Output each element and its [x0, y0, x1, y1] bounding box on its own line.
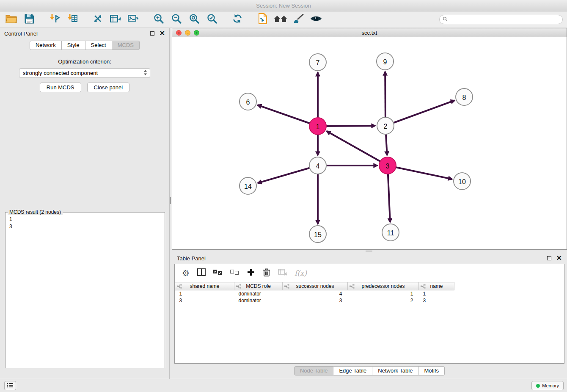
- column-header-shared-name[interactable]: shared name: [175, 282, 234, 290]
- table-arrow-icon: [110, 14, 121, 25]
- session-document-icon: [258, 13, 268, 26]
- tab-network[interactable]: Network: [30, 41, 62, 50]
- table-cell[interactable]: 3: [419, 297, 454, 304]
- column-header-predecessor-nodes[interactable]: predecessor nodes: [348, 282, 419, 290]
- node-table: shared nameMCDS rolesuccessor nodesprede…: [175, 282, 454, 304]
- main-toolbar: [0, 11, 567, 28]
- criterion-dropdown[interactable]: strongly connected component: [19, 68, 150, 78]
- graph-node-6[interactable]: 6: [239, 93, 256, 110]
- tab-style[interactable]: Style: [62, 41, 85, 50]
- refresh-button[interactable]: [230, 13, 245, 26]
- graph-node-9[interactable]: 9: [377, 53, 394, 70]
- graph-edge-2-8[interactable]: [385, 100, 455, 126]
- show-column-button[interactable]: [197, 268, 206, 278]
- table-tab-node-table[interactable]: Node Table: [294, 366, 334, 375]
- network-button[interactable]: [91, 13, 105, 26]
- table-settings-button[interactable]: ⚙: [182, 269, 190, 277]
- zoom-out-button[interactable]: [169, 13, 184, 26]
- graph-edge-3-1[interactable]: [327, 131, 388, 166]
- checked-boxes-icon: [213, 269, 223, 277]
- function-builder-button[interactable]: f(x): [295, 269, 307, 277]
- table-tab-motifs[interactable]: Motifs: [418, 366, 445, 375]
- graph-node-7[interactable]: 7: [309, 54, 326, 71]
- list-icon: [7, 382, 14, 389]
- table-cell[interactable]: dominator: [234, 297, 283, 304]
- select-all-button[interactable]: [213, 269, 223, 277]
- graph-node-15[interactable]: 15: [309, 226, 326, 243]
- table-cell[interactable]: dominator: [234, 290, 283, 297]
- network-canvas[interactable]: 1234678910111415: [172, 37, 567, 249]
- zoom-fit-button[interactable]: [187, 13, 201, 26]
- splitter-grip: [170, 197, 171, 204]
- import-network-file-button[interactable]: [47, 13, 62, 26]
- graph-node-3[interactable]: 3: [379, 157, 396, 174]
- close-panel-icon[interactable]: ✕: [160, 30, 165, 36]
- table-panel-title: Table Panel: [177, 255, 206, 262]
- close-panel-button[interactable]: Close panel: [87, 83, 130, 92]
- table-cell[interactable]: 1: [175, 290, 234, 297]
- table-float-icon[interactable]: [547, 256, 551, 260]
- network-graph[interactable]: 1234678910111415: [172, 37, 567, 249]
- open-folder-icon: [6, 14, 17, 25]
- show-hide-button[interactable]: [309, 13, 323, 26]
- network-window-titlebar[interactable]: × − + scc.txt: [172, 28, 567, 37]
- first-neighbors-button[interactable]: [273, 13, 288, 26]
- show-panels-button[interactable]: [4, 381, 16, 390]
- window-zoom-button[interactable]: +: [194, 30, 199, 36]
- graph-node-14[interactable]: 14: [239, 177, 256, 194]
- delete-row-button[interactable]: [262, 268, 271, 278]
- trash-icon: [263, 268, 270, 278]
- run-mcds-button[interactable]: Run MCDS: [40, 83, 81, 92]
- table-cell[interactable]: 1: [419, 290, 454, 297]
- search-input[interactable]: [449, 16, 562, 23]
- table-close-icon[interactable]: ✕: [556, 255, 562, 261]
- table-cell[interactable]: 1: [348, 290, 419, 297]
- graph-node-1[interactable]: 1: [309, 118, 326, 135]
- table-cell[interactable]: 3: [175, 297, 234, 304]
- network-and-table-button[interactable]: [108, 13, 123, 26]
- search-field[interactable]: [439, 15, 563, 24]
- graph-node-4[interactable]: 4: [309, 157, 326, 174]
- graph-node-10[interactable]: 10: [454, 173, 471, 190]
- window-titlebar[interactable]: Session: New Session: [0, 0, 567, 11]
- table-row[interactable]: 3dominator323: [175, 297, 454, 304]
- zoom-selected-button[interactable]: [205, 13, 219, 26]
- horizontal-splitter[interactable]: [172, 250, 567, 253]
- window-close-button[interactable]: ×: [176, 30, 182, 36]
- style-button[interactable]: [291, 13, 306, 26]
- add-row-button[interactable]: [247, 268, 255, 278]
- column-header-name[interactable]: name: [419, 282, 454, 290]
- graph-node-11[interactable]: 11: [382, 224, 399, 241]
- open-session-button[interactable]: [256, 13, 270, 26]
- tab-mcds[interactable]: MCDS: [112, 41, 140, 50]
- refresh-icon: [232, 13, 243, 26]
- open-file-button[interactable]: [4, 13, 19, 26]
- graph-edge-4-14[interactable]: [258, 166, 318, 183]
- float-panel-icon[interactable]: [150, 31, 154, 36]
- column-header-successor-nodes[interactable]: successor nodes: [283, 282, 348, 290]
- graph-edge-3-10[interactable]: [388, 166, 452, 179]
- graph-node-2[interactable]: 2: [377, 117, 394, 134]
- tab-select[interactable]: Select: [85, 41, 112, 50]
- column-header-mcds-role[interactable]: MCDS role: [234, 282, 283, 290]
- table-cell[interactable]: 2: [348, 297, 419, 304]
- gear-icon: ⚙: [182, 269, 190, 277]
- save-session-button[interactable]: [22, 13, 36, 26]
- graph-node-8[interactable]: 8: [456, 88, 473, 105]
- table-tab-edge-table[interactable]: Edge Table: [333, 366, 372, 375]
- table-cell[interactable]: 4: [283, 290, 348, 297]
- table-cell[interactable]: 3: [283, 297, 348, 304]
- memory-button[interactable]: Memory: [531, 381, 564, 390]
- mcds-result-list[interactable]: 13: [6, 213, 165, 230]
- graph-edge-1-6[interactable]: [258, 105, 318, 126]
- window-minimize-button[interactable]: −: [185, 30, 190, 36]
- table-row[interactable]: 1dominator411: [175, 290, 454, 297]
- memory-label: Memory: [542, 383, 559, 388]
- import-table-file-button[interactable]: [65, 13, 80, 26]
- delete-table-button[interactable]: [278, 269, 287, 277]
- image-export-icon: [127, 14, 139, 25]
- zoom-in-button[interactable]: [151, 13, 166, 26]
- table-tab-network-table[interactable]: Network Table: [372, 366, 418, 375]
- deselect-all-button[interactable]: [230, 269, 239, 277]
- export-image-button[interactable]: [126, 13, 140, 26]
